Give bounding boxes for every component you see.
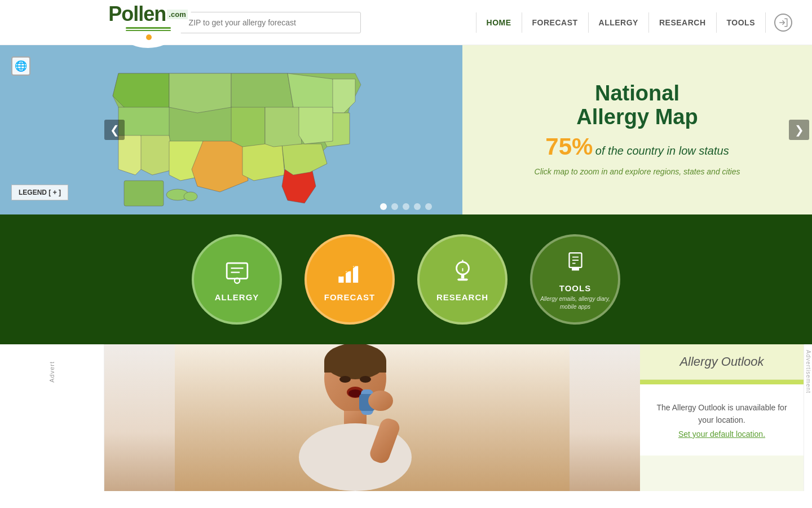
login-icon bbox=[774, 14, 792, 32]
svg-point-30 bbox=[456, 262, 469, 274]
hero-map-area[interactable]: 🌐 bbox=[0, 45, 462, 214]
advert-left: Advert bbox=[0, 344, 104, 491]
tools-icon bbox=[560, 248, 591, 279]
tools-sublabel: Allergy emails, allergy diary, mobile ap… bbox=[532, 295, 618, 311]
allergy-outlook-unavailable: The Allergy Outlook is unavailable for y… bbox=[651, 401, 792, 427]
icon-bar: ALLERGY FORECAST RESEARCH TOOL bbox=[0, 214, 812, 344]
svg-rect-22 bbox=[227, 263, 248, 279]
logo-dot-com: .com bbox=[167, 10, 187, 19]
carousel-dots bbox=[380, 203, 432, 210]
allergy-circle[interactable]: ALLERGY bbox=[192, 234, 282, 325]
allergy-outlook-title: Allergy Outlook bbox=[650, 354, 793, 369]
forecast-circle[interactable]: FORECAST bbox=[304, 234, 395, 325]
nav-allergy[interactable]: ALLERGY bbox=[589, 12, 649, 33]
carousel-dot-3[interactable] bbox=[403, 203, 409, 210]
allergy-outlook-body: The Allergy Outlook is unavailable for y… bbox=[640, 384, 804, 456]
svg-marker-12 bbox=[242, 141, 285, 181]
svg-marker-18 bbox=[299, 107, 333, 144]
svg-marker-4 bbox=[231, 73, 293, 113]
forecast-label: FORECAST bbox=[324, 292, 376, 302]
allergy-outlook-header: Allergy Outlook bbox=[640, 344, 804, 380]
research-label: RESEARCH bbox=[436, 292, 488, 302]
advert-right: Advertisement bbox=[804, 344, 812, 491]
logo-orange-dot bbox=[146, 34, 152, 40]
svg-point-44 bbox=[339, 376, 351, 383]
svg-rect-29 bbox=[353, 266, 358, 283]
hero-percent: 75% bbox=[545, 133, 593, 160]
allergy-icon bbox=[222, 257, 253, 288]
globe-icon[interactable]: 🌐 bbox=[11, 56, 30, 76]
forecast-icon bbox=[334, 257, 365, 288]
allergy-label: ALLERGY bbox=[215, 292, 259, 302]
hero-right-panel: National Allergy Map 75% of the country … bbox=[462, 45, 812, 214]
allergy-outlook-bar bbox=[640, 380, 804, 384]
svg-marker-16 bbox=[231, 107, 265, 147]
us-map[interactable] bbox=[85, 51, 378, 209]
person-illustration bbox=[104, 344, 640, 491]
svg-rect-28 bbox=[346, 271, 351, 283]
svg-rect-43 bbox=[324, 361, 386, 373]
hero-subtext: Click map to zoom in and explore regions… bbox=[535, 166, 740, 178]
hero-title-top: National bbox=[595, 82, 679, 106]
carousel-dot-4[interactable] bbox=[414, 203, 421, 210]
svg-rect-31 bbox=[461, 274, 464, 278]
nav-forecast[interactable]: FORECAST bbox=[522, 12, 589, 33]
login-button[interactable] bbox=[766, 9, 801, 36]
set-location-link[interactable]: Set your default location. bbox=[651, 430, 792, 439]
legend-button[interactable]: LEGEND [ + ] bbox=[11, 185, 68, 200]
carousel-dot-2[interactable] bbox=[391, 203, 398, 210]
carousel-prev-button[interactable]: ❮ bbox=[104, 120, 125, 140]
hero-title-main: Allergy Map bbox=[576, 106, 698, 129]
logo-container: Pollen .com bbox=[108, 2, 187, 26]
logo-text: Pollen bbox=[108, 2, 166, 26]
svg-point-53 bbox=[368, 391, 393, 411]
svg-rect-19 bbox=[124, 181, 164, 206]
person-inhaler-image bbox=[104, 344, 640, 491]
tools-label: TOOLS bbox=[559, 283, 591, 293]
carousel-next-button[interactable]: ❯ bbox=[789, 120, 809, 140]
nav-research[interactable]: RESEARCH bbox=[649, 12, 717, 33]
svg-point-45 bbox=[360, 376, 371, 383]
research-icon bbox=[447, 257, 478, 288]
advert-right-label: Advertisement bbox=[805, 350, 811, 393]
svg-marker-5 bbox=[288, 73, 338, 113]
hero-stats: 75% of the country in low status bbox=[545, 133, 729, 160]
nav-tools[interactable]: TOOLS bbox=[717, 12, 766, 33]
svg-point-21 bbox=[184, 192, 197, 201]
bottom-section: Advert bbox=[0, 344, 812, 491]
main-content bbox=[104, 344, 640, 491]
svg-rect-32 bbox=[457, 279, 467, 281]
right-sidebar: Allergy Outlook The Allergy Outlook is u… bbox=[640, 344, 804, 491]
nav: HOME FORECAST ALLERGY RESEARCH TOOLS bbox=[476, 9, 801, 36]
carousel-dot-1[interactable] bbox=[380, 203, 387, 210]
hero-percent-text: of the country in low status bbox=[595, 144, 729, 157]
svg-marker-3 bbox=[169, 73, 231, 113]
svg-rect-27 bbox=[338, 277, 343, 283]
advert-left-label: Advert bbox=[48, 361, 55, 383]
svg-rect-36 bbox=[572, 268, 579, 271]
tools-circle[interactable]: TOOLS Allergy emails, allergy diary, mob… bbox=[530, 234, 620, 325]
logo-underline bbox=[126, 27, 171, 29]
carousel-dot-5[interactable] bbox=[425, 203, 432, 210]
hero-section: 🌐 bbox=[0, 45, 812, 214]
research-circle[interactable]: RESEARCH bbox=[417, 234, 508, 325]
content-image bbox=[104, 344, 640, 491]
svg-marker-17 bbox=[265, 107, 302, 147]
nav-home[interactable]: HOME bbox=[476, 12, 522, 33]
